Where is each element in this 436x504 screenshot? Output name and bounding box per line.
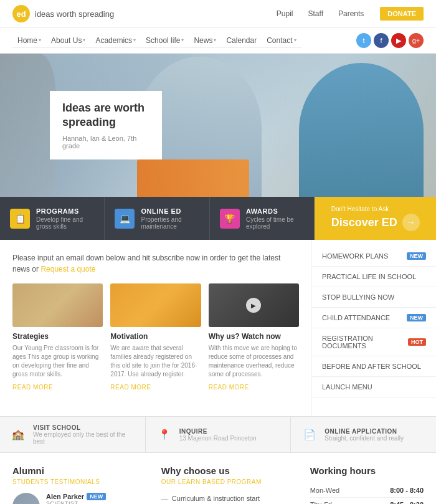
discover-button[interactable]: Don't Hesitate to Ask Discover ED → <box>315 197 436 240</box>
hours-section: Working hours Mon-Wed 8:00 - 8:40 Thu-Fr… <box>310 465 424 504</box>
gplus-icon[interactable]: g+ <box>409 33 424 48</box>
awards-text: AWARDS Cycles of time be explored <box>246 207 304 230</box>
card-motivation-desc: We are aware that several families alrea… <box>110 344 201 379</box>
nav-contact[interactable]: Contact ▾ <box>262 34 301 47</box>
social-icons: t f ▶ g+ <box>356 33 424 48</box>
card-motivation: Motivation We are aware that several fam… <box>110 283 201 391</box>
hours-row-1: Thu-Fri 8:45 - 9:30 <box>310 498 424 504</box>
alumni-item-0: Alen Parker NEW SCIENTIST As a ED studen… <box>12 493 149 504</box>
online-ed-text: ONLINE ED Properties and maintenance <box>141 207 199 230</box>
programs-icon: 📋 <box>10 209 30 229</box>
hero-section: Ideas are worth spreading Hannah, Ian & … <box>0 54 436 197</box>
facebook-icon[interactable]: f <box>374 33 389 48</box>
logo: ed ideas worth spreading <box>12 5 114 22</box>
info-application-text: ONLINE APPLICATION Straight, confident a… <box>325 428 404 442</box>
logo-icon: ed <box>12 5 30 22</box>
feature-awards[interactable]: 🏆 AWARDS Cycles of time be explored <box>210 197 315 240</box>
discover-arrow-icon: → <box>402 214 420 231</box>
hero-child-right <box>299 63 424 197</box>
info-bar: 🏫 VISIT SCHOOL We employed only the best… <box>0 416 436 453</box>
nav-calendar[interactable]: Calendar <box>221 34 262 47</box>
twitter-icon[interactable]: t <box>356 33 371 48</box>
home-dropdown-icon: ▾ <box>39 37 41 43</box>
alumni-info-0: Alen Parker NEW SCIENTIST As a ED studen… <box>46 493 149 504</box>
request-quote-link[interactable]: Request a quote <box>40 265 95 273</box>
youtube-icon[interactable]: ▶ <box>391 33 406 48</box>
info-inquire[interactable]: 📍 INQUIRE 13 Majerion Road Princeton <box>146 417 291 452</box>
top-nav: Pupil Staff Parents <box>270 7 371 21</box>
sidebar: HOMEWORK PLANS NEW PRACTICAL LIFE IN SCH… <box>311 240 436 416</box>
cards-container: Strategies Our Young Pre classroom is fo… <box>12 283 299 391</box>
sidebar-menu: HOMEWORK PLANS NEW PRACTICAL LIFE IN SCH… <box>312 246 436 397</box>
card-strategies-desc: Our Young Pre classroom is for ages This… <box>12 344 103 379</box>
alumni-section: Alumni STUDENTS TESTIMONIALS Alen Parker… <box>12 465 149 504</box>
programs-text: PROGRAMS Develop fine and gross skills <box>36 207 94 230</box>
card-motivation-image <box>110 283 201 327</box>
hero-child-left <box>0 54 56 197</box>
play-button[interactable]: ▶ <box>246 298 261 313</box>
card-whyus-readmore[interactable]: READ MORE <box>209 384 249 391</box>
hero-books <box>137 159 249 197</box>
donate-button[interactable]: DONATE <box>380 7 424 21</box>
nav-parents[interactable]: Parents <box>332 7 370 21</box>
why-item-0: Curriculum & instruction start <box>161 493 298 504</box>
nav-pupil[interactable]: Pupil <box>270 7 300 21</box>
feature-online-ed[interactable]: 💻 ONLINE ED Properties and maintenance <box>105 197 209 240</box>
top-bar: ed ideas worth spreading Pupil Staff Par… <box>0 0 436 28</box>
sidebar-item-practical[interactable]: PRACTICAL LIFE IN SCHOOL <box>312 267 436 287</box>
why-subtitle: OUR LEARN BASED PROGRAM <box>161 478 298 485</box>
card-strategies-title: Strategies <box>12 332 103 341</box>
hero-title: Ideas are worth spreading <box>62 101 149 130</box>
info-visit[interactable]: 🏫 VISIT SCHOOL We employed only the best… <box>0 417 146 452</box>
subscribe-text: Please input an email down below and hit… <box>12 252 299 275</box>
school-life-dropdown-icon: ▾ <box>181 37 184 43</box>
sidebar-item-launch-menu[interactable]: LAUNCH MENU <box>312 377 436 397</box>
nav-home[interactable]: Home ▾ <box>12 34 46 47</box>
school-icon: 🏫 <box>10 426 27 444</box>
nav-about[interactable]: About Us ▾ <box>46 34 90 47</box>
alumni-avatar-0 <box>12 493 40 504</box>
bottom-section: Alumni STUDENTS TESTIMONIALS Alen Parker… <box>0 453 436 504</box>
info-application[interactable]: 📄 ONLINE APPLICATION Straight, confident… <box>291 417 436 452</box>
news-dropdown-icon: ▾ <box>214 37 216 43</box>
card-whyus-title: Why us? Watch now <box>209 332 299 341</box>
registration-badge: HOT <box>408 338 426 346</box>
nav-school-life[interactable]: School life ▾ <box>141 34 189 47</box>
nav-news[interactable]: News ▾ <box>189 34 221 47</box>
sidebar-item-bullying[interactable]: STOP BULLYING NOW <box>312 287 436 308</box>
card-strategies-readmore[interactable]: READ MORE <box>12 384 53 391</box>
alumni-subtitle: STUDENTS TESTIMONIALS <box>12 478 149 485</box>
sidebar-item-before-after[interactable]: BEFORE AND AFTER SCHOOL <box>312 356 436 377</box>
why-title: Why choose us <box>161 465 298 476</box>
main-nav: Home ▾ About Us ▾ Academics ▾ School lif… <box>12 34 301 48</box>
sidebar-item-attendance[interactable]: CHILD ATTENDANCE NEW <box>312 308 436 328</box>
homework-badge: NEW <box>407 252 426 260</box>
card-strategies: Strategies Our Young Pre classroom is fo… <box>12 283 103 391</box>
alumni-0-badge: NEW <box>87 493 106 500</box>
logo-text: ideas worth spreading <box>35 9 114 19</box>
card-motivation-readmore[interactable]: READ MORE <box>110 384 151 391</box>
info-inquire-text: INQUIRE 13 Majerion Road Princeton <box>179 428 257 442</box>
features-bar: 📋 PROGRAMS Develop fine and gross skills… <box>0 197 436 240</box>
hours-title: Working hours <box>310 465 424 476</box>
about-dropdown-icon: ▾ <box>83 37 85 43</box>
sidebar-item-homework[interactable]: HOMEWORK PLANS NEW <box>312 246 436 267</box>
why-list: Curriculum & instruction start Student s… <box>161 493 298 504</box>
location-icon: 📍 <box>156 426 173 444</box>
sidebar-item-registration[interactable]: REGISTRATION DOCUMENTS HOT <box>312 328 436 356</box>
contact-dropdown-icon: ▾ <box>294 37 296 43</box>
hero-subtitle: Hannah, Ian & Leon, 7th grade <box>62 135 149 150</box>
feature-programs[interactable]: 📋 PROGRAMS Develop fine and gross skills <box>0 197 105 240</box>
nav-academics[interactable]: Academics ▾ <box>90 34 141 47</box>
card-motivation-title: Motivation <box>110 332 201 341</box>
academics-dropdown-icon: ▾ <box>133 37 136 43</box>
alumni-0-role: SCIENTIST <box>46 500 149 504</box>
nav-staff[interactable]: Staff <box>302 7 329 21</box>
awards-icon: 🏆 <box>220 209 240 229</box>
hero-text-box: Ideas are worth spreading Hannah, Ian & … <box>50 91 162 160</box>
discover-text: Don't Hesitate to Ask Discover ED → <box>331 206 420 231</box>
hours-row-0: Mon-Wed 8:00 - 8:40 <box>310 483 424 498</box>
main-content: Please input an email down below and hit… <box>0 240 436 416</box>
card-why-us: ▶ Why us? Watch now With this move we ar… <box>209 283 299 391</box>
content-left: Please input an email down below and hit… <box>0 240 311 416</box>
